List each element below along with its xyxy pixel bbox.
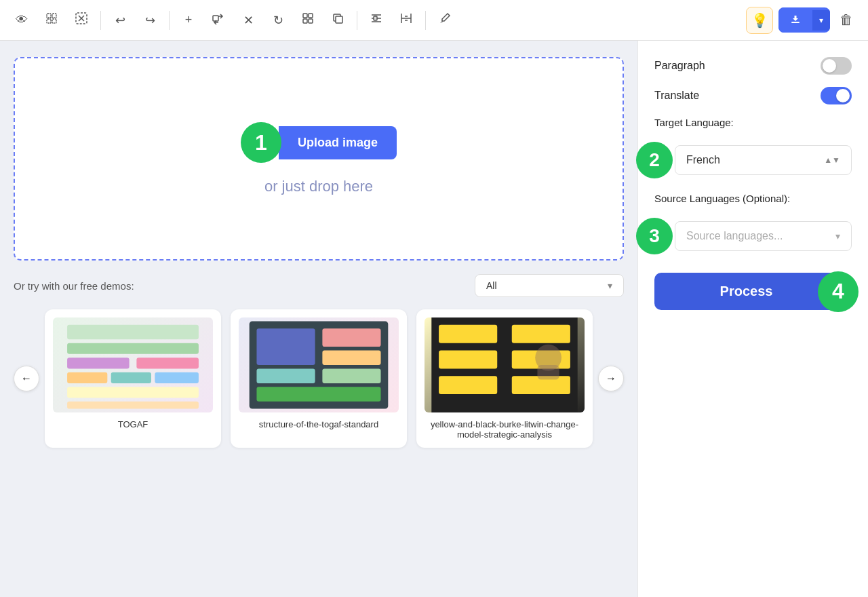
delete-button[interactable]: 🗑	[833, 7, 860, 34]
svg-rect-11	[309, 19, 313, 23]
refresh-button[interactable]: ↻	[264, 7, 292, 34]
demo-card-structure[interactable]: structure-of-the-togaf-standard	[231, 309, 407, 448]
translate-toggle-knob	[836, 89, 850, 102]
svg-rect-29	[111, 372, 151, 383]
target-language-select[interactable]: French ▲▼	[675, 145, 852, 175]
demo-card-burke-image	[425, 317, 585, 412]
add-icon: +	[185, 13, 193, 27]
target-language-chevron-icon: ▲▼	[824, 155, 840, 165]
translate-setting-row: Translate	[654, 87, 852, 104]
hint-button[interactable]: 💡	[746, 7, 773, 34]
download-group: ▾	[778, 7, 830, 33]
source-language-row: 3 Source languages... ▾	[654, 221, 852, 251]
svg-rect-30	[155, 372, 199, 383]
spacing-icon	[399, 12, 413, 28]
duplicate-icon	[331, 12, 344, 28]
svg-rect-37	[256, 368, 315, 383]
upload-row: 1 Upload image	[241, 122, 397, 163]
paragraph-label: Paragraph	[654, 60, 705, 72]
target-language-label: Target Language:	[654, 117, 734, 128]
svg-rect-25	[67, 343, 199, 354]
deselect-icon	[75, 12, 88, 28]
translate-label: Translate	[654, 90, 699, 102]
source-language-select[interactable]: Source languages... ▾	[675, 221, 852, 251]
trash-icon: 🗑	[840, 12, 853, 28]
paragraph-toggle-knob	[823, 59, 836, 73]
undo-button[interactable]: ↩	[106, 7, 134, 34]
transform-icon	[212, 12, 225, 28]
demos-filter-dropdown[interactable]: All ▾	[475, 274, 624, 297]
svg-rect-1	[52, 14, 56, 18]
filter-value: All	[486, 280, 497, 291]
demo-card-togaf[interactable]: TOGAF	[45, 309, 221, 448]
paragraph-toggle[interactable]	[821, 57, 852, 75]
select-button[interactable]	[38, 7, 65, 34]
svg-rect-41	[439, 325, 497, 343]
separator-2	[169, 11, 170, 30]
svg-rect-24	[67, 325, 199, 340]
svg-rect-9	[309, 14, 313, 18]
demo-card-structure-image	[239, 317, 399, 412]
separator-4	[425, 11, 426, 30]
upload-image-button[interactable]: Upload image	[279, 126, 397, 159]
bulb-icon: 💡	[751, 12, 768, 28]
brush-button[interactable]	[431, 7, 458, 34]
translate-toggle[interactable]	[821, 87, 852, 104]
svg-rect-34	[256, 328, 315, 365]
demos-section: Or try with our free demos: All ▾ ←	[14, 274, 624, 450]
upload-dropzone[interactable]: 1 Upload image or just drop here	[14, 57, 624, 261]
prev-arrow-button[interactable]: ←	[14, 366, 39, 391]
redo-button[interactable]: ↪	[136, 7, 163, 34]
svg-rect-43	[439, 350, 497, 368]
duplicate-button[interactable]	[324, 7, 351, 34]
main-area: 1 Upload image or just drop here Or try …	[0, 41, 868, 597]
source-language-placeholder: Source languages...	[686, 230, 783, 242]
svg-rect-3	[52, 19, 56, 23]
download-main-button[interactable]	[778, 7, 812, 33]
process-row: Process 4	[654, 273, 852, 310]
step-1-badge: 1	[241, 122, 281, 163]
target-language-value: French	[686, 154, 720, 166]
demo-card-burke-label: yellow-and-black-burke-litwin-change-mod…	[425, 419, 585, 440]
close-button[interactable]: ✕	[235, 7, 262, 34]
demos-header: Or try with our free demos: All ▾	[14, 274, 624, 297]
separator-3	[357, 11, 357, 30]
svg-rect-28	[67, 372, 107, 383]
right-panel: Paragraph Translate Target Language: 2 F…	[637, 41, 868, 597]
eye-button[interactable]: 👁	[8, 7, 35, 34]
download-dropdown-button[interactable]: ▾	[812, 10, 830, 31]
drop-hint-text: or just drop here	[264, 178, 373, 195]
spacing-button[interactable]	[393, 7, 420, 34]
close-icon: ✕	[243, 13, 254, 28]
demo-card-structure-label: structure-of-the-togaf-standard	[259, 419, 378, 429]
svg-rect-7	[213, 16, 218, 21]
deselect-button[interactable]	[68, 7, 95, 34]
align-icon	[370, 12, 383, 28]
layers-icon	[301, 12, 315, 28]
transform-button[interactable]	[205, 7, 232, 34]
align-button[interactable]	[363, 7, 390, 34]
chevron-down-icon: ▾	[819, 16, 823, 25]
svg-rect-13	[336, 16, 342, 23]
demos-title: Or try with our free demos:	[14, 280, 134, 292]
svg-rect-27	[136, 358, 199, 368]
demos-cards-row: ←	[14, 307, 624, 450]
source-language-label: Source Languages (Optional):	[654, 193, 790, 204]
add-button[interactable]: +	[175, 7, 202, 34]
step-2-badge: 2	[636, 142, 673, 178]
svg-rect-10	[303, 19, 307, 23]
eye-icon: 👁	[16, 13, 28, 27]
svg-rect-0	[47, 14, 51, 18]
svg-rect-23	[791, 22, 800, 23]
cards-container: TOGAF	[39, 307, 598, 450]
next-arrow-button[interactable]: →	[598, 366, 624, 391]
source-language-chevron-icon: ▾	[835, 231, 840, 242]
demo-card-togaf-label: TOGAF	[118, 419, 149, 429]
demo-card-burke[interactable]: yellow-and-black-burke-litwin-change-mod…	[416, 309, 593, 448]
svg-rect-38	[322, 368, 380, 383]
filter-chevron-icon: ▾	[608, 280, 612, 291]
layers-button[interactable]	[294, 7, 321, 34]
process-button[interactable]: Process	[654, 273, 838, 310]
svg-rect-35	[322, 328, 380, 347]
undo-icon: ↩	[115, 13, 125, 28]
